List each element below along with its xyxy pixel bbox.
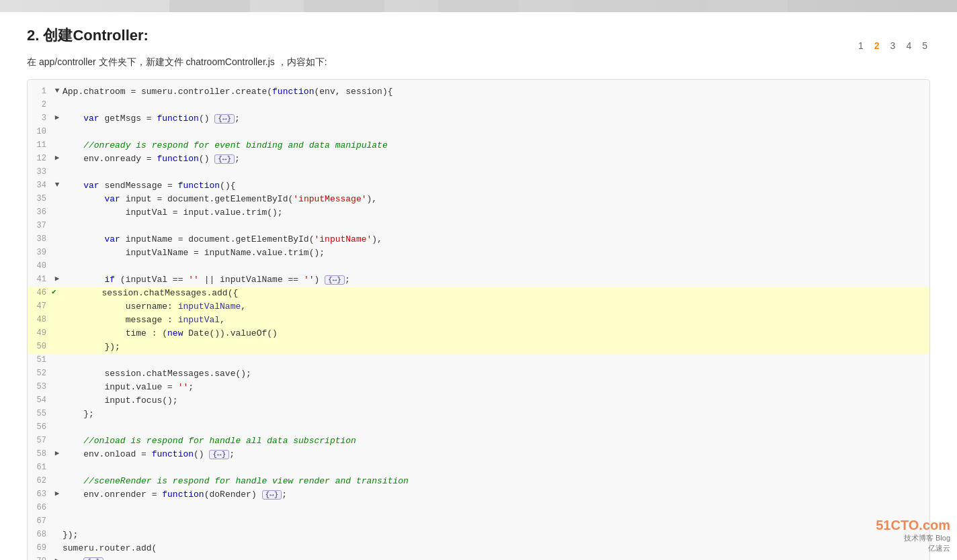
code-text: env.onrender = function(doRender) {↔}; <box>63 488 287 502</box>
line-number: 54 <box>30 394 52 406</box>
top-tab-5 <box>707 0 788 12</box>
code-line: 56 <box>28 421 929 434</box>
line-number: 41 <box>30 273 52 285</box>
code-text: env.onready = function() {↔}; <box>63 152 240 166</box>
page-3[interactable]: 3 <box>888 39 899 52</box>
page-subtitle: 在 app/controller 文件夹下，新建文件 chatroomContr… <box>27 56 930 68</box>
top-tab-4 <box>573 0 653 12</box>
line-number: 69 <box>30 542 52 554</box>
code-line: 68}); <box>28 528 929 542</box>
line-number: 61 <box>30 461 52 473</box>
fold-icon: ▶ <box>52 152 63 164</box>
code-text: time : (new Date()).valueOf() <box>63 327 278 340</box>
code-line: 69sumeru.router.add( <box>28 542 929 555</box>
line-number: 47 <box>30 300 52 312</box>
code-line: 36 inputVal = input.value.trim(); <box>28 206 929 220</box>
line-number: 55 <box>30 408 52 420</box>
code-line: 49 time : (new Date()).valueOf() <box>28 327 929 340</box>
code-line: 63▶ env.onrender = function(doRender) {↔… <box>28 488 929 502</box>
code-line: 39 inputValName = inputName.value.trim()… <box>28 246 929 260</box>
code-line: 47 username: inputValName, <box>28 300 929 314</box>
code-line: 61 <box>28 461 929 475</box>
line-number: 56 <box>30 421 52 433</box>
code-text: var getMsgs = function() {↔}; <box>63 112 240 126</box>
line-number: 51 <box>30 354 52 366</box>
watermark-tagline2: 亿速云 <box>876 543 950 553</box>
line-number: 67 <box>30 515 52 527</box>
line-number: 63 <box>30 488 52 500</box>
code-text: inputVal = input.value.trim(); <box>63 206 283 220</box>
code-text: }); <box>63 340 120 354</box>
code-line: 66 <box>28 502 929 515</box>
line-number: 12 <box>30 152 52 165</box>
code-line: 38 var inputName = document.getElementBy… <box>28 233 929 246</box>
line-number: 40 <box>30 260 52 272</box>
top-tab-3 <box>438 0 519 12</box>
fold-icon: ▶ <box>52 488 63 500</box>
pagination: 1 2 3 4 5 <box>856 39 930 52</box>
fold-icon: ▶ <box>52 112 63 124</box>
line-number: 57 <box>30 434 52 447</box>
line-number: 70 <box>30 555 52 560</box>
page-title: 2. 创建Controller: <box>27 26 930 46</box>
line-number: 49 <box>30 327 52 339</box>
code-line: 34▼ var sendMessage = function(){ <box>28 179 929 193</box>
page-1[interactable]: 1 <box>856 39 866 52</box>
page-5[interactable]: 5 <box>919 39 930 52</box>
code-text: var sendMessage = function(){ <box>63 179 235 193</box>
code-line: 53 input.value = ''; <box>28 381 929 394</box>
code-text: App.chatroom = sumeru.controller.create(… <box>63 85 393 99</box>
code-text: {↔} <box>63 555 103 560</box>
code-line: 11 //onready is respond for event bindin… <box>28 139 929 152</box>
code-text: }; <box>63 408 94 421</box>
code-line: 52 session.chatMessages.save(); <box>28 367 929 381</box>
code-line: 48 message : inputVal, <box>28 314 929 327</box>
code-line: 33 <box>28 166 929 179</box>
code-line: 1▼App.chatroom = sumeru.controller.creat… <box>28 85 929 99</box>
line-number: 53 <box>30 381 52 393</box>
line-number: 62 <box>30 475 52 487</box>
line-number: 1 <box>30 85 52 97</box>
code-line: 67 <box>28 515 929 528</box>
line-number: 58 <box>30 448 52 460</box>
code-text: inputValName = inputName.value.trim(); <box>63 246 325 260</box>
top-bar <box>0 0 957 12</box>
line-number: 34 <box>30 179 52 191</box>
code-line: 57 //onload is respond for handle all da… <box>28 434 929 448</box>
line-number: 35 <box>30 193 52 205</box>
watermark-site: 51CTO.com <box>876 518 950 533</box>
code-text: session.chatMessages.add({ <box>60 287 238 300</box>
fold-icon: ▶ <box>52 555 63 560</box>
code-text: //sceneRender is respond for handle view… <box>63 475 409 488</box>
code-text: }); <box>63 528 78 542</box>
code-line: 70▶ {↔} <box>28 555 929 560</box>
top-tab-2 <box>304 0 384 12</box>
code-line: 54 input.focus(); <box>28 394 929 408</box>
line-number: 33 <box>30 166 52 178</box>
code-text: if (inputVal == '' || inputValName == ''… <box>63 273 350 287</box>
line-number: 2 <box>30 99 52 111</box>
line-number: 68 <box>30 528 52 541</box>
fold-icon: ▼ <box>52 179 63 191</box>
line-number: 48 <box>30 314 52 326</box>
page-2[interactable]: 2 <box>872 39 882 52</box>
code-line: 55 }; <box>28 408 929 421</box>
code-block: 1▼App.chatroom = sumeru.controller.creat… <box>27 79 930 560</box>
code-text: input.value = ''; <box>63 381 194 394</box>
top-tab-1 <box>169 0 250 12</box>
line-number: 39 <box>30 246 52 259</box>
line-number: 36 <box>30 206 52 218</box>
code-line: 50 }); <box>28 340 929 354</box>
code-line: 62 //sceneRender is respond for handle v… <box>28 475 929 488</box>
code-text: var input = document.getElementById('inp… <box>63 193 377 206</box>
page-4[interactable]: 4 <box>903 39 914 52</box>
code-line: 3▶ var getMsgs = function() {↔}; <box>28 112 929 126</box>
checkmark-icon: ✔ <box>52 287 60 298</box>
fold-icon: ▶ <box>52 273 63 285</box>
code-line: 12▶ env.onready = function() {↔}; <box>28 152 929 166</box>
code-line: 41▶ if (inputVal == '' || inputValName =… <box>28 273 929 287</box>
fold-icon: ▶ <box>52 448 63 459</box>
code-line: 40 <box>28 260 929 273</box>
code-text: sumeru.router.add( <box>63 542 157 555</box>
code-line: 37 <box>28 220 929 233</box>
